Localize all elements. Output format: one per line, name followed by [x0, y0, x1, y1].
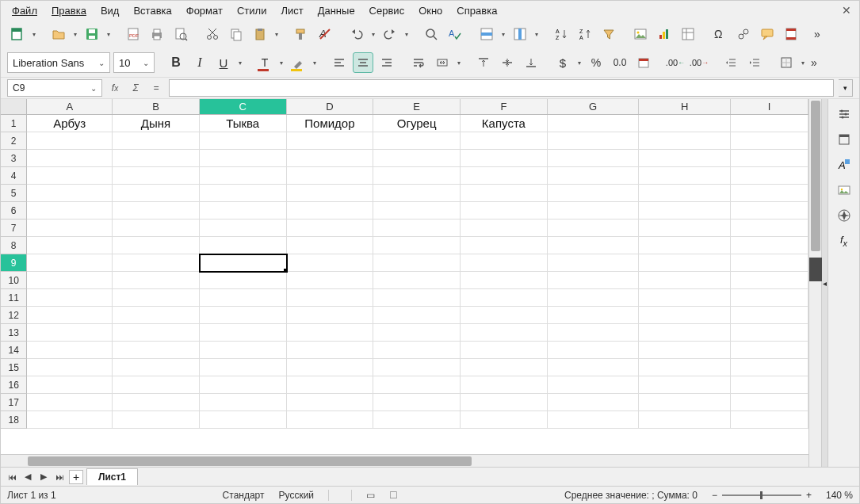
row-header-4[interactable]: 4	[1, 167, 27, 185]
menu-edit[interactable]: Правка	[45, 3, 93, 18]
cell-E15[interactable]	[373, 359, 461, 376]
find-button[interactable]	[421, 24, 441, 44]
cell-H4[interactable]	[639, 167, 731, 185]
underline-dropdown[interactable]: ▾	[237, 59, 243, 67]
sidebar-properties-button[interactable]	[832, 128, 856, 151]
export-pdf-button[interactable]: PDF	[123, 24, 143, 44]
horizontal-scrollbar[interactable]	[1, 454, 808, 467]
cell-C17[interactable]	[200, 394, 287, 411]
cell-G14[interactable]	[548, 342, 640, 359]
sidebar-styles-button[interactable]: A	[832, 153, 856, 177]
zoom-value[interactable]: 140 %	[826, 490, 853, 501]
cell-F12[interactable]	[461, 307, 548, 324]
select-all-corner[interactable]	[1, 99, 27, 114]
cell-C12[interactable]	[200, 307, 287, 324]
number-format-button[interactable]: 0.0	[610, 52, 630, 73]
new-button[interactable]	[7, 24, 28, 44]
undo-dropdown[interactable]: ▾	[370, 31, 376, 38]
cell-E10[interactable]	[373, 272, 461, 289]
cell-B4[interactable]	[113, 167, 200, 185]
headers-footers-button[interactable]	[781, 24, 801, 44]
add-decimal-button[interactable]: .00←	[665, 52, 686, 73]
cell-G18[interactable]	[548, 411, 640, 429]
close-document-icon[interactable]: ✕	[839, 4, 854, 17]
cell-D18[interactable]	[287, 411, 374, 429]
row-dropdown[interactable]: ▾	[500, 31, 506, 38]
borders-button[interactable]	[776, 52, 797, 73]
column-header-D[interactable]: D	[287, 99, 374, 114]
valign-middle-button[interactable]	[497, 52, 518, 73]
cell-H10[interactable]	[639, 272, 731, 289]
menu-styles[interactable]: Стили	[231, 3, 273, 18]
column-dropdown[interactable]: ▾	[533, 31, 540, 38]
cell-C16[interactable]	[200, 376, 287, 394]
row-header-7[interactable]: 7	[1, 220, 27, 237]
menu-help[interactable]: Справка	[450, 3, 503, 18]
menu-tools[interactable]: Сервис	[363, 3, 411, 18]
cell-A8[interactable]	[27, 237, 113, 254]
hyperlink-button[interactable]	[733, 24, 754, 44]
clear-formatting-button[interactable]: A	[315, 24, 335, 44]
cell-I1[interactable]	[731, 115, 808, 132]
cell-G13[interactable]	[548, 324, 640, 342]
pivot-button[interactable]	[678, 24, 698, 44]
cell-I18[interactable]	[731, 411, 808, 429]
cell-D10[interactable]	[287, 272, 374, 289]
cell-E3[interactable]	[373, 150, 461, 167]
sort-asc-button[interactable]: AZ	[551, 24, 571, 44]
cell-F3[interactable]	[461, 150, 548, 167]
align-right-button[interactable]	[376, 52, 397, 73]
row-header-6[interactable]: 6	[1, 202, 27, 220]
cell-A5[interactable]	[27, 185, 113, 202]
function-wizard-button[interactable]: fx	[107, 80, 123, 96]
status-insert-mode[interactable]	[328, 490, 352, 501]
copy-button[interactable]	[226, 24, 247, 44]
cell-I11[interactable]	[731, 289, 808, 307]
cell-C9[interactable]	[200, 254, 287, 272]
cell-A15[interactable]	[27, 359, 113, 376]
cell-C14[interactable]	[200, 342, 287, 359]
cell-A6[interactable]	[27, 202, 113, 220]
font-color-dropdown[interactable]: ▾	[278, 59, 285, 67]
cell-A18[interactable]	[27, 411, 113, 429]
undo-button[interactable]	[346, 24, 367, 44]
cell-B5[interactable]	[113, 185, 200, 202]
cell-E17[interactable]	[373, 394, 461, 411]
cell-H8[interactable]	[639, 237, 731, 254]
cell-H2[interactable]	[639, 132, 731, 150]
cell-A14[interactable]	[27, 342, 113, 359]
column-header-H[interactable]: H	[639, 99, 731, 114]
cell-F1[interactable]: Капуста	[461, 115, 548, 132]
cell-I6[interactable]	[731, 202, 808, 220]
cell-B3[interactable]	[113, 150, 200, 167]
sort-desc-button[interactable]: ZA	[575, 24, 595, 44]
cell-H6[interactable]	[639, 202, 731, 220]
merge-dropdown[interactable]: ▾	[456, 59, 462, 67]
cell-D12[interactable]	[287, 307, 374, 324]
cell-D5[interactable]	[287, 185, 374, 202]
cell-I4[interactable]	[731, 167, 808, 185]
name-box[interactable]: C9 ⌄	[7, 79, 102, 97]
cell-A12[interactable]	[27, 307, 113, 324]
currency-button[interactable]: $	[552, 52, 573, 73]
cell-C7[interactable]	[200, 220, 287, 237]
comment-button[interactable]	[757, 24, 778, 44]
borders-dropdown[interactable]: ▾	[800, 59, 806, 67]
cell-B14[interactable]	[113, 342, 200, 359]
redo-button[interactable]	[380, 24, 400, 44]
formula-input[interactable]	[169, 79, 834, 97]
cell-C11[interactable]	[200, 289, 287, 307]
row-header-1[interactable]: 1	[1, 115, 27, 132]
special-char-button[interactable]: Ω	[709, 24, 730, 44]
clone-formatting-button[interactable]	[291, 24, 312, 44]
autofilter-button[interactable]	[598, 24, 619, 44]
cell-F5[interactable]	[461, 185, 548, 202]
column-header-I[interactable]: I	[731, 99, 808, 114]
decrease-indent-button[interactable]	[720, 52, 741, 73]
save-dropdown[interactable]: ▾	[105, 31, 112, 38]
sidebar-expand-handle[interactable]: ◂	[821, 99, 828, 467]
cell-G7[interactable]	[548, 220, 640, 237]
cell-I15[interactable]	[731, 359, 808, 376]
cell-G2[interactable]	[548, 132, 640, 150]
insert-chart-button[interactable]	[654, 24, 675, 44]
